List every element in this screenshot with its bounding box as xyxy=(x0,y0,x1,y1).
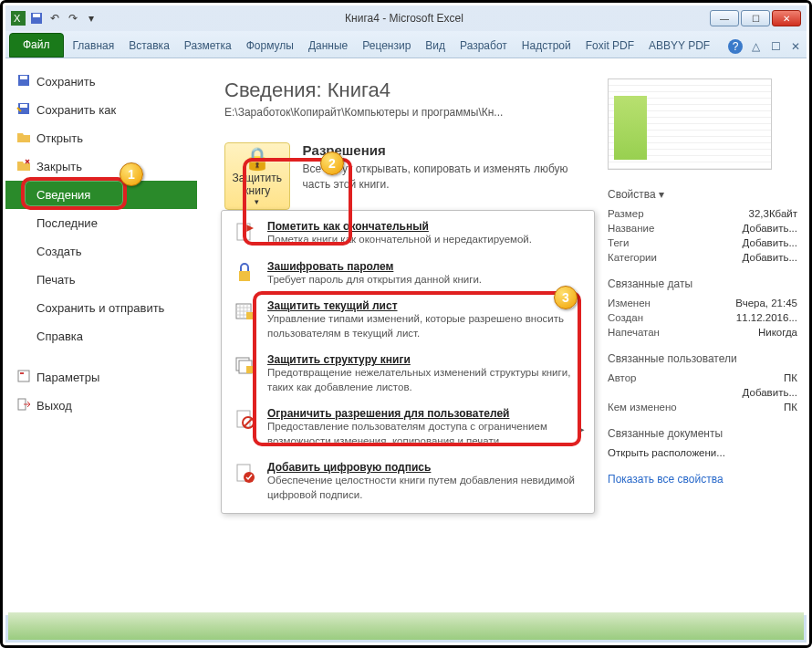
tab-layout[interactable]: Разметка xyxy=(177,35,239,57)
properties-panel: Свойства ▾ Размер32,3Кбайт НазваниеДобав… xyxy=(597,78,797,606)
backstage-nav: Сохранить Сохранить как Открыть Закрыть … xyxy=(5,58,197,615)
prop-size-val: 32,3Кбайт xyxy=(749,208,798,219)
menu-encrypt-desc: Требует пароль для открытия данной книги… xyxy=(267,273,482,287)
menu-protect-sheet-title: Защитить текущий лист xyxy=(267,299,583,312)
nav-close[interactable]: Закрыть xyxy=(5,152,197,181)
maximize-button[interactable]: ☐ xyxy=(741,10,770,26)
tab-insert[interactable]: Вставка xyxy=(121,35,177,57)
tab-developer[interactable]: Разработ xyxy=(453,35,515,57)
nav-help[interactable]: Справка xyxy=(5,322,197,350)
permissions-heading: Разрешения xyxy=(303,142,597,158)
titlebar: X ↶ ↷ ▾ Книга4 - Microsoft Excel — ☐ ✕ xyxy=(5,5,807,31)
ribbon-minimize-icon[interactable]: △ xyxy=(748,39,763,54)
menu-encrypt[interactable]: Зашифровать паролемТребует пароль для от… xyxy=(224,255,592,295)
backstage-view: Сохранить Сохранить как Открыть Закрыть … xyxy=(5,58,807,615)
prop-tags-add[interactable]: Добавить... xyxy=(743,237,797,248)
menu-protect-sheet[interactable]: Защитить текущий листУправление типами и… xyxy=(224,294,592,348)
ribbon-tabs: Файл Главная Вставка Разметка Формулы Да… xyxy=(5,31,807,58)
menu-digital-signature[interactable]: Добавить цифровую подписьОбеспечение цел… xyxy=(224,455,592,509)
tab-addins[interactable]: Надстрой xyxy=(515,35,578,57)
qat-dropdown-icon[interactable]: ▾ xyxy=(84,11,99,26)
nav-open[interactable]: Открыть xyxy=(5,124,197,152)
svg-rect-8 xyxy=(18,371,29,381)
tab-review[interactable]: Рецензир xyxy=(355,35,418,57)
prop-author-add[interactable]: Добавить... xyxy=(743,387,797,398)
tab-home[interactable]: Главная xyxy=(66,35,122,57)
protect-sheet-icon xyxy=(233,299,258,325)
menu-encrypt-title: Зашифровать паролем xyxy=(267,260,482,273)
nav-send[interactable]: Сохранить и отправить xyxy=(5,294,197,322)
prop-title-key: Название xyxy=(608,223,654,234)
minimize-button[interactable]: — xyxy=(710,10,739,26)
show-all-properties-link[interactable]: Показать все свойства xyxy=(608,473,797,486)
open-icon xyxy=(16,130,31,144)
related-docs-heading: Связанные документы xyxy=(608,427,797,440)
doc-close-icon[interactable]: ✕ xyxy=(788,39,803,54)
menu-mark-final[interactable]: Пометить как окончательныйПометка книги … xyxy=(224,214,592,255)
nav-new[interactable]: Создать xyxy=(5,237,197,266)
tab-data[interactable]: Данные xyxy=(301,35,355,57)
prop-categories-add[interactable]: Добавить... xyxy=(743,252,797,263)
tab-formulas[interactable]: Формулы xyxy=(239,35,301,57)
close-doc-icon xyxy=(16,158,31,172)
lock-key-icon: 🔒 xyxy=(244,146,271,172)
nav-exit[interactable]: Выход xyxy=(5,392,197,420)
prop-tags-key: Теги xyxy=(608,237,629,248)
close-button[interactable]: ✕ xyxy=(772,10,801,26)
nav-recent[interactable]: Последние xyxy=(5,209,197,237)
save-as-icon xyxy=(16,101,31,116)
tab-view[interactable]: Вид xyxy=(418,35,453,57)
nav-info[interactable]: Сведения xyxy=(5,181,197,209)
menu-restrict-title: Ограничить разрешения для пользователей xyxy=(267,407,583,420)
prop-modified-val: Вчера, 21:45 xyxy=(735,298,797,308)
menu-restrict-desc: Предоставление пользователям доступа с о… xyxy=(267,420,583,448)
signature-icon xyxy=(233,461,258,486)
options-icon xyxy=(16,369,31,383)
prop-printed-val: Никогда xyxy=(758,327,797,338)
svg-rect-3 xyxy=(33,14,40,17)
help-icon[interactable]: ? xyxy=(728,39,743,54)
prop-title-add[interactable]: Добавить... xyxy=(743,223,797,234)
nav-save[interactable]: Сохранить xyxy=(5,68,197,96)
tab-abbyy[interactable]: ABBYY PDF xyxy=(641,35,717,57)
svg-rect-12 xyxy=(239,271,250,281)
svg-rect-5 xyxy=(20,76,27,79)
prop-size-key: Размер xyxy=(608,208,644,219)
bottom-accent-bar xyxy=(8,612,804,640)
svg-text:X: X xyxy=(14,13,21,24)
svg-rect-7 xyxy=(20,104,27,108)
save-icon xyxy=(16,73,31,88)
related-users-heading: Связанные пользователи xyxy=(608,352,797,365)
qat-redo-icon[interactable]: ↷ xyxy=(66,11,80,26)
doc-restore-icon[interactable]: ☐ xyxy=(768,39,783,54)
protect-button-label: Защитить книгу xyxy=(225,172,289,197)
nav-save-as[interactable]: Сохранить как xyxy=(5,96,197,124)
prop-lastmod-val: ПК xyxy=(784,402,797,413)
info-heading: Сведения: Книга4 xyxy=(224,78,597,102)
tab-file[interactable]: Файл xyxy=(9,33,64,57)
tab-foxit[interactable]: Foxit PDF xyxy=(578,35,641,57)
menu-protect-structure-desc: Предотвращение нежелательных изменений с… xyxy=(267,366,583,394)
exit-icon xyxy=(16,397,31,412)
nav-print[interactable]: Печать xyxy=(5,266,197,294)
svg-rect-14 xyxy=(246,312,255,319)
permissions-description: Все могут открывать, копировать и изменя… xyxy=(303,162,597,193)
protect-workbook-button[interactable]: 🔒 Защитить книгу ▾ xyxy=(224,142,290,210)
menu-mark-final-title: Пометить как окончательный xyxy=(267,220,532,233)
restrict-icon xyxy=(233,407,258,433)
qat-undo-icon[interactable]: ↶ xyxy=(47,11,62,26)
nav-options[interactable]: Параметры xyxy=(5,363,197,392)
menu-signature-title: Добавить цифровую подпись xyxy=(267,461,583,474)
prop-printed-key: Напечатан xyxy=(608,327,660,338)
menu-protect-sheet-desc: Управление типами изменений, которые раз… xyxy=(267,312,583,340)
prop-author-val: ПК xyxy=(784,372,797,383)
qat-save-icon[interactable] xyxy=(29,11,44,26)
open-location-link[interactable]: Открыть расположени... xyxy=(608,447,725,458)
menu-protect-structure[interactable]: Защитить структуру книгиПредотвращение н… xyxy=(224,348,592,402)
properties-heading[interactable]: Свойства ▾ xyxy=(608,188,797,201)
prop-author-key: Автор xyxy=(608,372,636,383)
excel-app-icon: X xyxy=(11,11,26,26)
prop-modified-key: Изменен xyxy=(608,298,651,308)
menu-restrict-permissions[interactable]: Ограничить разрешения для пользователейП… xyxy=(224,402,592,455)
prop-created-key: Создан xyxy=(608,312,643,323)
